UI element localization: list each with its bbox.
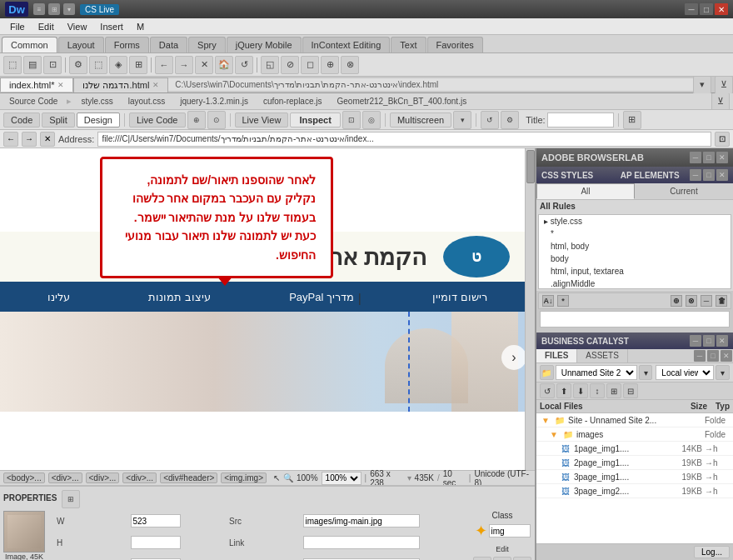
menu-view[interactable]: View xyxy=(61,20,94,33)
files-ctrl-2[interactable]: □ xyxy=(707,350,719,362)
files-tab-files[interactable]: FILES xyxy=(536,349,577,362)
prop-edit-btn-1[interactable]: ⊡ xyxy=(473,557,491,560)
maximize-button[interactable]: □ xyxy=(700,3,713,15)
rp-ctrl-3[interactable]: ✕ xyxy=(716,152,728,163)
related-cufon[interactable]: cufon-replace.js xyxy=(257,95,328,108)
doc-tab-close-1[interactable]: ✕ xyxy=(57,81,64,89)
toolbar-btn-3[interactable]: ⊡ xyxy=(43,56,62,74)
files-action-5[interactable]: ⊞ xyxy=(606,383,621,398)
addr-fwd-btn[interactable]: → xyxy=(22,132,37,147)
rule-star[interactable]: * xyxy=(539,228,731,240)
multiscreen-icon[interactable]: ▾ xyxy=(453,111,471,129)
toolbar-btn-12[interactable]: ↺ xyxy=(235,56,253,74)
live-code-btn[interactable]: Live Code xyxy=(129,112,186,128)
canvas-scrollbar[interactable] xyxy=(525,148,535,470)
close-button[interactable]: ✕ xyxy=(715,3,728,15)
toolbar-btn-11[interactable]: 🏠 xyxy=(215,56,233,74)
files-ctrl-1[interactable]: ─ xyxy=(694,350,706,362)
files-action-6[interactable]: ⊟ xyxy=(623,383,638,398)
bc-ctrl-2[interactable]: □ xyxy=(703,335,715,347)
related-layout-css[interactable]: layout.css xyxy=(122,95,171,108)
inspect-icon-1[interactable]: ⊡ xyxy=(342,111,361,129)
files-dropdown-btn[interactable]: ▾ xyxy=(639,365,653,380)
refresh-btn[interactable]: ↺ xyxy=(481,111,499,129)
nav-item-1[interactable]: עלינו xyxy=(37,288,80,307)
prop-edit-btn-2[interactable]: ✎ xyxy=(493,557,511,560)
site-select[interactable]: Unnamed Site 2 xyxy=(556,365,637,380)
addr-browse-btn[interactable]: ⊡ xyxy=(715,132,730,147)
toolbar-btn-13[interactable]: ◱ xyxy=(261,56,279,74)
settings-btn[interactable]: ⚙ xyxy=(501,111,519,129)
doc-tab-index[interactable]: index.html* ✕ xyxy=(0,78,73,92)
prop-az-btn[interactable]: A↓ xyxy=(542,295,554,307)
nav-item-2[interactable]: עיצוב תמונות xyxy=(138,288,221,307)
inspect-icon-2[interactable]: ◎ xyxy=(362,111,381,129)
file-row-3page-img1[interactable]: 🖼 3page_img1.... 19KB →h xyxy=(536,470,733,484)
tab-layout[interactable]: Layout xyxy=(58,37,104,52)
class-star-icon[interactable]: ✦ xyxy=(475,522,487,540)
toolbar-btn-17[interactable]: ⊗ xyxy=(341,56,359,74)
addr-stop-btn[interactable]: ✕ xyxy=(40,132,55,147)
file-row-site[interactable]: ▼ 📁 Site - Unnamed Site 2... Folde xyxy=(536,413,733,428)
prop-h-input[interactable] xyxy=(131,536,181,549)
files-ctrl-3[interactable]: ✕ xyxy=(721,350,732,362)
css-ctrl-3[interactable]: ✕ xyxy=(716,169,728,181)
toolbar-btn-8[interactable]: ← xyxy=(155,56,173,74)
rp-ctrl-2[interactable]: □ xyxy=(703,152,715,163)
prop-edit-btn-3[interactable]: ⊕ xyxy=(513,557,531,560)
status-tag-body[interactable]: <body>... xyxy=(3,472,45,483)
css-styles-header[interactable]: CSS STYLES AP ELEMENTS ─ □ ✕ xyxy=(536,167,733,183)
toolbar-btn-6[interactable]: ◈ xyxy=(109,56,127,74)
multiscreen-btn[interactable]: Multiscreen xyxy=(390,112,451,128)
design-view-btn[interactable]: Design xyxy=(77,112,120,128)
toolbar-btn-14[interactable]: ⊘ xyxy=(281,56,299,74)
toolbar-btn-16[interactable]: ⊕ xyxy=(321,56,339,74)
prop-w-input[interactable] xyxy=(131,514,181,528)
toolbar-btn-9[interactable]: → xyxy=(175,56,193,74)
view-select[interactable]: Local view xyxy=(656,365,714,380)
files-action-3[interactable]: ⬇ xyxy=(573,383,588,398)
files-action-1[interactable]: ↺ xyxy=(540,383,555,398)
prop-class-input[interactable] xyxy=(489,524,531,538)
tab-jquery-mobile[interactable]: jQuery Mobile xyxy=(227,37,302,52)
doc-menu-btn[interactable]: ▾ xyxy=(693,76,711,94)
status-tag-div1[interactable]: <div>... xyxy=(48,472,82,483)
toolbar-icon-2[interactable]: ⊞ xyxy=(48,3,60,15)
addr-back-btn[interactable]: ← xyxy=(3,132,18,147)
css-properties-area[interactable] xyxy=(540,311,730,328)
nav-item-4[interactable]: רישום דומיין xyxy=(422,288,497,307)
rules-area[interactable]: ▸ style.css * html, body body html, inpu… xyxy=(538,214,731,289)
related-jquery[interactable]: jquery-1.3.2.min.js xyxy=(174,95,254,108)
css-ctrl-2[interactable]: □ xyxy=(703,169,715,181)
toolbar-btn-7[interactable]: ⊞ xyxy=(129,56,147,74)
live-view-btn[interactable]: Live View xyxy=(235,112,289,128)
menu-modify[interactable]: M xyxy=(130,20,151,33)
files-action-2[interactable]: ⬆ xyxy=(556,383,571,398)
status-zoom-select[interactable]: 100% xyxy=(322,472,362,485)
live-code-icon-1[interactable]: ⊕ xyxy=(187,111,206,129)
file-row-3page-img2[interactable]: 🖼 3page_img2.... 19KB →h xyxy=(536,484,733,498)
toolbar-btn-4[interactable]: ⚙ xyxy=(69,56,87,74)
toolbar-icon-3[interactable]: ▾ xyxy=(63,3,75,15)
rule-body[interactable]: body xyxy=(539,252,731,265)
toolbar-btn-15[interactable]: ◻ xyxy=(301,56,319,74)
tab-incontext[interactable]: InContext Editing xyxy=(302,37,391,52)
related-source-code[interactable]: Source Code xyxy=(3,95,63,108)
prop-add-btn[interactable]: ⊕ xyxy=(671,295,682,307)
rp-ctrl-1[interactable]: ─ xyxy=(690,152,701,163)
related-geometr[interactable]: Geometr212_BkCn_BT_400.font.js xyxy=(331,95,472,108)
toolbar-btn-5[interactable]: ⬚ xyxy=(89,56,107,74)
menu-edit[interactable]: Edit xyxy=(32,20,61,33)
css-tab-all[interactable]: All xyxy=(536,183,635,199)
toolbar-btn-10[interactable]: ✕ xyxy=(195,56,213,74)
menu-insert[interactable]: Insert xyxy=(93,20,130,33)
file-row-images[interactable]: ▼ 📁 images Folde xyxy=(536,428,733,442)
tab-forms[interactable]: Forms xyxy=(105,37,149,52)
tab-favorites[interactable]: Favorites xyxy=(427,37,483,52)
css-ctrl-1[interactable]: ─ xyxy=(690,169,701,181)
doc-tab-demo[interactable]: הדגמה שלנו.html ✕ xyxy=(73,78,168,92)
prop-sort-btn[interactable]: * xyxy=(557,295,569,307)
file-row-2page-img1[interactable]: 🖼 2page_img1.... 19KB →h xyxy=(536,456,733,470)
prop-trash-btn[interactable]: 🗑 xyxy=(716,295,727,307)
banner-arrow[interactable]: › xyxy=(501,345,526,370)
